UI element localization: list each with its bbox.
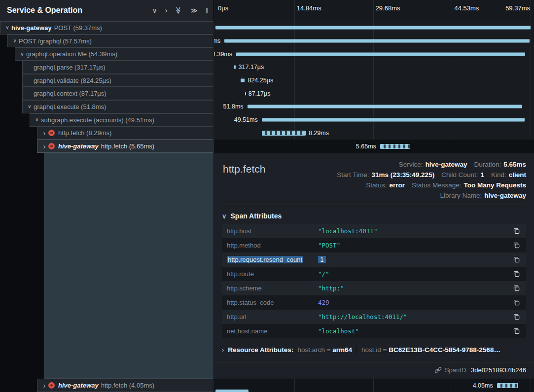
expand-all-icon[interactable]: ≫ xyxy=(190,7,198,14)
copy-value-button[interactable] xyxy=(512,255,521,264)
span-duration-bar[interactable] xyxy=(245,92,246,95)
collapse-children-icon[interactable]: ∨ xyxy=(152,7,157,14)
ruler-tick: 59.37ms xyxy=(505,4,530,12)
chevron-down-icon[interactable]: ∨ xyxy=(18,52,26,57)
span-attributes-title: Span Attributes xyxy=(231,212,282,220)
span-detail-panel: http.fetch Service:hive-gatewayDuration:… xyxy=(214,153,534,379)
meta-value: 31ms (23:35:49.225) xyxy=(372,171,435,178)
attribute-row: http.method"POST" xyxy=(222,238,526,252)
copy-icon xyxy=(513,285,520,292)
copy-icon xyxy=(513,313,520,321)
error-icon xyxy=(48,143,55,149)
span-duration-label: 54.39ms xyxy=(214,51,232,58)
operation-label: graphql.operation Me (54.39ms) xyxy=(26,50,117,58)
copy-value-button[interactable] xyxy=(512,312,521,321)
span-tree-row[interactable]: ∨POST /graphql (57.57ms) xyxy=(7,35,214,48)
selected-span-expansion xyxy=(44,153,214,379)
attribute-value: "/" xyxy=(318,270,329,278)
error-icon xyxy=(48,130,55,136)
timeline-bar-row[interactable]: 87.17µs xyxy=(214,87,534,100)
span-tree-row[interactable]: graphql.validate (824.25µs) xyxy=(22,74,214,87)
span-duration-bar[interactable] xyxy=(224,39,530,43)
span-duration-label: 49.51ms xyxy=(234,116,258,123)
collapse-all-icon[interactable]: ≫ xyxy=(176,7,182,14)
meta-value: error xyxy=(389,181,405,189)
span-duration-bar[interactable] xyxy=(234,66,235,69)
timeline-ruler[interactable]: 0µs14.84ms29.68ms44.53ms59.37ms xyxy=(214,0,534,21)
timeline-bar-row[interactable]: 57.57ms xyxy=(214,35,534,48)
span-duration-bar[interactable] xyxy=(262,131,306,136)
span-duration-label: 51.8ms xyxy=(223,103,244,110)
meta-label: Status Message: xyxy=(412,181,462,189)
span-attributes-header[interactable]: ∨ Span Attributes xyxy=(222,212,526,220)
attribute-value: "http://localhost:4011/" xyxy=(318,313,407,321)
span-tree-row[interactable]: ›hive-gatewayhttp.fetch (5.65ms) xyxy=(37,140,214,153)
header-icons: ∨›≫≫‖ xyxy=(144,7,209,14)
copy-value-button[interactable] xyxy=(512,269,521,279)
span-duration-bar[interactable] xyxy=(236,52,525,56)
resource-attributes-header[interactable]: › Resource Attributes: host.arch = arm64… xyxy=(222,345,526,354)
copy-icon xyxy=(513,327,520,335)
chevron-down-icon[interactable]: ∨ xyxy=(11,38,19,43)
timeline-bar-row[interactable]: 824.25µs xyxy=(214,74,534,87)
timeline-bar-row[interactable]: 5.65ms xyxy=(214,140,534,153)
span-tree-row[interactable]: ∨graphql.operation Me (54.39ms) xyxy=(15,47,214,61)
attribute-key-text: http.method xyxy=(227,242,261,249)
copy-value-button[interactable] xyxy=(512,326,521,336)
span-tree-row[interactable]: ∨subgraph.execute (accounts) (49.51ms) xyxy=(30,113,214,127)
span-duration-bar[interactable] xyxy=(497,383,519,388)
attribute-value: "POST" xyxy=(318,242,340,249)
copy-value-button[interactable] xyxy=(512,298,521,307)
span-duration-bar[interactable] xyxy=(215,26,531,30)
span-id-value: 3de02518937fb246 xyxy=(471,366,526,374)
span-tree-row[interactable]: graphql.context (87.17µs) xyxy=(22,87,214,100)
timeline-bar-row[interactable]: 51.8ms xyxy=(214,100,534,113)
timeline-gridline xyxy=(294,0,295,21)
operation-label: subgraph.execute (accounts) (49.51ms) xyxy=(41,116,154,124)
copy-value-button[interactable] xyxy=(512,241,521,250)
expand-children-icon[interactable]: › xyxy=(165,7,168,14)
timeline-bar-row[interactable]: 8.29ms xyxy=(214,127,534,140)
operation-label: POST (59.37ms) xyxy=(54,24,102,32)
bottom-tree-row-slot: ›hive-gatewayhttp.fetch (4.05ms) xyxy=(0,379,214,392)
meta-label: Duration: xyxy=(474,161,501,168)
attribute-key: http.method xyxy=(227,242,318,249)
span-duration-label: 87.17µs xyxy=(249,90,271,97)
chevron-down-icon[interactable]: ∨ xyxy=(3,25,11,30)
timeline-bar-row[interactable]: 317.17µs xyxy=(214,61,534,74)
timeline-bar-row[interactable]: 54.39ms xyxy=(214,47,534,61)
chevron-down-icon[interactable]: ∨ xyxy=(33,117,41,122)
timeline-bar-row[interactable]: 59.37ms xyxy=(214,21,534,35)
resource-value: arm64 xyxy=(332,346,352,354)
span-duration-bar[interactable] xyxy=(248,105,523,108)
chevron-down-icon[interactable]: ∨ xyxy=(26,104,34,109)
attribute-key: http.url xyxy=(227,313,318,321)
span-tree-row[interactable]: ∨hive-gatewayPOST (59.37ms) xyxy=(0,21,214,35)
chevron-down-icon: ∨ xyxy=(222,213,227,219)
attribute-value: "localhost" xyxy=(318,327,359,335)
span-tree-row[interactable]: ›hive-gatewayhttp.fetch (4.05ms) xyxy=(37,379,214,392)
attribute-row: net.host.name"localhost" xyxy=(222,324,526,338)
span-tree-row[interactable]: ›http.fetch (8.29ms) xyxy=(37,127,214,140)
copy-value-button[interactable] xyxy=(512,284,521,293)
resource-attribute: host.arch = arm64 xyxy=(297,346,352,354)
span-duration-bar[interactable] xyxy=(380,144,410,149)
span-tree-row[interactable]: graphql.parse (317.17µs) xyxy=(22,61,214,74)
attribute-key: http.request.resend_count xyxy=(227,256,318,263)
attribute-key: http.route xyxy=(227,270,318,278)
attribute-key: http.status_code xyxy=(227,299,318,306)
resize-handle-icon[interactable]: ‖ xyxy=(206,7,209,14)
chevron-right-icon[interactable]: › xyxy=(40,143,48,150)
partial-span-bar xyxy=(215,390,249,392)
attribute-value: 429 xyxy=(318,299,329,306)
chevron-right-icon[interactable]: › xyxy=(40,129,48,137)
span-duration-bar[interactable] xyxy=(262,118,525,122)
chevron-right-icon[interactable]: › xyxy=(40,382,48,389)
attribute-value: "http:" xyxy=(318,285,344,292)
attribute-row: http.url"http://localhost:4011/" xyxy=(222,310,526,324)
span-tree-row[interactable]: ∨graphql.execute (51.8ms) xyxy=(22,100,214,113)
copy-value-button[interactable] xyxy=(512,226,521,236)
timeline-bar-row[interactable]: 49.51ms xyxy=(214,113,534,127)
timeline-bar-row[interactable]: 4.05ms xyxy=(214,379,534,392)
span-duration-bar[interactable] xyxy=(241,79,245,82)
